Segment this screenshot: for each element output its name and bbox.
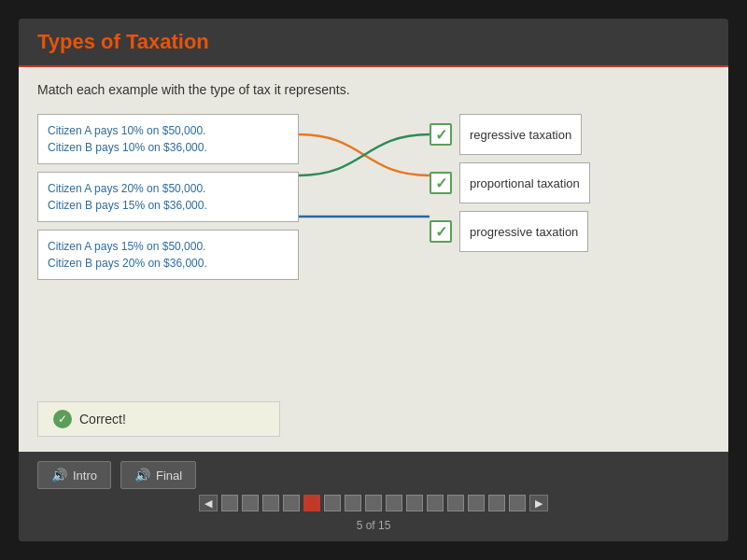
page-dot-8[interactable]	[365, 495, 382, 511]
left-item-2-line1: Citizen A pays 20% on $50,000.	[48, 180, 289, 197]
left-item-3-line2: Citizen B pays 20% on $36,000.	[48, 255, 289, 272]
correct-banner: ✓ Correct!	[37, 401, 280, 437]
nav-buttons: 🔊 Intro 🔊 Final	[37, 461, 710, 489]
next-page-button[interactable]: ▶	[529, 495, 548, 511]
page-dot-14[interactable]	[488, 495, 505, 511]
intro-button[interactable]: 🔊 Intro	[37, 461, 111, 489]
check-right-row-2: ✓ proportional taxation	[430, 162, 590, 203]
page-title: Types of Taxation	[37, 30, 710, 54]
connector-area	[299, 110, 430, 385]
intro-label: Intro	[73, 469, 97, 483]
left-item-2-line2: Citizen B pays 15% on $36,000.	[48, 197, 289, 214]
right-item-2[interactable]: proportional taxation	[459, 162, 590, 203]
screen: Types of Taxation Match each example wit…	[19, 19, 728, 541]
left-item-3[interactable]: Citizen A pays 15% on $50,000. Citizen B…	[37, 230, 299, 280]
content-area: Match each example with the type of tax …	[19, 67, 728, 452]
instruction-text: Match each example with the type of tax …	[37, 82, 710, 97]
checkmark-2: ✓	[435, 175, 447, 192]
page-dot-5[interactable]	[303, 495, 320, 511]
page-dot-15[interactable]	[509, 495, 526, 511]
page-dot-3[interactable]	[262, 495, 279, 511]
page-dot-1[interactable]	[221, 495, 238, 511]
check-box-1: ✓	[430, 123, 452, 146]
right-item-1[interactable]: regressive taxation	[459, 114, 582, 155]
right-item-3[interactable]: progressive taxation	[459, 211, 588, 252]
left-item-1-line2: Citizen B pays 10% on $36,000.	[48, 139, 289, 156]
page-dot-2[interactable]	[242, 495, 259, 511]
final-label: Final	[156, 469, 182, 483]
pagination: ◀ ▶	[37, 495, 710, 511]
page-dot-12[interactable]	[447, 495, 464, 511]
intro-speaker-icon: 🔊	[51, 468, 67, 483]
right-item-2-label: proportional taxation	[470, 176, 580, 190]
matching-area: Citizen A pays 10% on $50,000. Citizen B…	[37, 110, 710, 385]
left-item-1-line1: Citizen A pays 10% on $50,000.	[48, 122, 289, 139]
page-dot-6[interactable]	[324, 495, 341, 511]
prev-page-button[interactable]: ◀	[199, 495, 218, 511]
check-right-row-3: ✓ progressive taxation	[430, 211, 588, 252]
page-dot-13[interactable]	[468, 495, 485, 511]
connector-svg	[299, 114, 430, 277]
page-dot-7[interactable]	[345, 495, 361, 511]
page-dot-9[interactable]	[386, 495, 402, 511]
right-item-1-label: regressive taxation	[470, 128, 571, 142]
checkmark-1: ✓	[435, 126, 447, 144]
left-item-3-line1: Citizen A pays 15% on $50,000.	[48, 238, 289, 255]
right-item-3-label: progressive taxation	[470, 225, 578, 239]
check-box-3: ✓	[430, 220, 452, 243]
final-speaker-icon: 🔊	[134, 468, 150, 483]
left-item-2[interactable]: Citizen A pays 20% on $50,000. Citizen B…	[37, 172, 299, 222]
left-column: Citizen A pays 10% on $50,000. Citizen B…	[37, 110, 299, 385]
page-label: 5 of 15	[37, 519, 710, 532]
correct-text: Correct!	[79, 412, 126, 427]
page-dot-11[interactable]	[427, 495, 444, 511]
check-right-row-1: ✓ regressive taxation	[430, 114, 582, 155]
checkmark-3: ✓	[435, 223, 447, 241]
page-dot-4[interactable]	[283, 495, 300, 511]
correct-icon: ✓	[53, 410, 72, 428]
page-dot-10[interactable]	[406, 495, 423, 511]
title-bar: Types of Taxation	[19, 19, 728, 67]
check-box-2: ✓	[430, 172, 452, 194]
check-right-group: ✓ regressive taxation ✓ proportional tax…	[430, 110, 590, 385]
bottom-bar: 🔊 Intro 🔊 Final ◀ ▶	[19, 452, 728, 541]
final-button[interactable]: 🔊 Final	[120, 461, 196, 489]
left-item-1[interactable]: Citizen A pays 10% on $50,000. Citizen B…	[37, 114, 299, 164]
